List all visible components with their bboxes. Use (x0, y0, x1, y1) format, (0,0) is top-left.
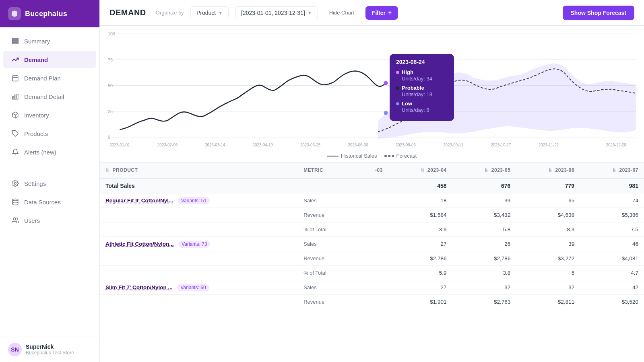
topbar: DEMAND Organize by Product ▼ [2023-01-01… (100, 0, 644, 26)
val-athletic-fit-rev-06: $3,272 (516, 251, 580, 266)
val-slim-fit-sales-05: 32 (452, 280, 516, 295)
sidebar-nav: Summary Demand Demand Plan Demand Detail (0, 27, 99, 337)
database-icon (11, 198, 19, 206)
tooltip-date: 2023-08-24 (396, 59, 448, 65)
total-sales-row: Total Sales 458 676 779 981 (100, 178, 644, 193)
val-regular-fit-sales-05: 39 (452, 193, 516, 208)
sort-icon: ⇅ (484, 168, 488, 173)
products-label: Products (24, 130, 48, 137)
app-name: Bucephalus (25, 10, 67, 18)
filter-button[interactable]: Filter + (365, 6, 398, 20)
hide-chart-button[interactable]: Hide Chart (324, 7, 359, 19)
svg-rect-0 (12, 38, 19, 39)
sort-icon: ⇅ (548, 168, 552, 173)
calendar-icon (11, 74, 19, 82)
sidebar-item-users[interactable]: Users (3, 212, 96, 229)
product-name-slim-fit[interactable]: Slim Fit 7' Cotton/Nylon ... (105, 284, 173, 290)
user-name: SuperNick (26, 343, 74, 350)
col-header-2023-07[interactable]: ⇅ 2023-07 (580, 162, 644, 178)
total-col06: 779 (516, 178, 580, 193)
alerts-label: Alerts (new) (24, 149, 56, 156)
historical-line-icon (327, 156, 339, 156)
layers-icon (11, 37, 19, 45)
chart-legend: Historical Sales Forecast (108, 150, 636, 160)
col-header-03: -03 (356, 162, 388, 178)
col-header-2023-06[interactable]: ⇅ 2023-06 (516, 162, 580, 178)
col-header-2023-05[interactable]: ⇅ 2023-05 (452, 162, 516, 178)
main-content: DEMAND Organize by Product ▼ [2023-01-01… (100, 0, 644, 362)
metric-pct-regular-fit: % of Total (298, 222, 356, 237)
svg-text:2023-06-30: 2023-06-30 (348, 142, 368, 147)
bar-chart-icon (11, 93, 19, 101)
svg-point-14 (13, 218, 16, 220)
val-regular-fit-pct-06: 8.3 (516, 222, 580, 237)
sidebar-item-alerts[interactable]: Alerts (new) (3, 143, 96, 161)
col-header-product: ⇅ PRODUCT (100, 162, 298, 178)
val-athletic-fit-sales-05: 26 (452, 237, 516, 251)
total-col04: 458 (388, 178, 452, 193)
table-row: % of Total 5.9 3.8 5 4.7 (100, 266, 644, 280)
table-row: Revenue $1,584 $3,432 $4,638 $5,386 (100, 208, 644, 222)
sidebar-item-demand-detail[interactable]: Demand Detail (3, 88, 96, 105)
table-header-row: ⇅ PRODUCT METRIC -03 ⇅ 2023-04 (100, 162, 644, 178)
svg-text:100: 100 (108, 31, 115, 36)
sidebar-item-demand-plan[interactable]: Demand Plan (3, 69, 96, 87)
metric-pct-athletic-fit: % of Total (298, 266, 356, 280)
svg-text:2023-04-19: 2023-04-19 (253, 142, 273, 147)
date-range-dropdown[interactable]: [2023-01-01, 2023-12-31] ▼ (235, 6, 318, 19)
val-slim-fit-rev-07: $3,520 (580, 295, 644, 309)
high-dot (396, 71, 399, 74)
product-name-athletic-fit[interactable]: Athletic Fit Cotton/Nylon... (105, 241, 173, 247)
svg-rect-1 (12, 41, 19, 42)
chevron-down-icon: ▼ (308, 10, 312, 15)
logo-icon (8, 7, 21, 20)
variants-badge-slim-fit: Variants: 60 (177, 284, 209, 291)
tooltip-probable-label: Probable (402, 85, 424, 91)
sidebar-item-demand[interactable]: Demand (3, 51, 96, 68)
val-athletic-fit-pct-04: 5.9 (388, 266, 452, 280)
organize-by-label: Organize by (156, 10, 184, 16)
forecast-dots-icon (384, 155, 394, 157)
chart-svg: 100 75 50 25 0 2023-01-01 2023-02-06 202… (108, 30, 636, 150)
tooltip-high-label: High (402, 69, 413, 75)
svg-text:50: 50 (108, 83, 113, 88)
table-row: % of Total 3.9 5.8 8.3 7.5 (100, 222, 644, 237)
product-name-regular-fit[interactable]: Regular Fit 9' Cotton/Nyl... (105, 197, 173, 204)
users-icon (11, 216, 19, 224)
col-header-2023-04[interactable]: ⇅ 2023-04 (388, 162, 452, 178)
sort-icon: ⇅ (421, 168, 425, 173)
tooltip-low-label: Low (402, 101, 412, 107)
table-row: Revenue $2,786 $2,786 $3,272 $4,081 (100, 251, 644, 266)
sort-icon: ⇅ (612, 168, 616, 173)
sidebar-item-settings[interactable]: Settings (3, 175, 96, 192)
val-athletic-fit-rev-07: $4,081 (580, 251, 644, 266)
svg-rect-7 (12, 97, 14, 99)
val-athletic-fit-pct-07: 4.7 (580, 266, 644, 280)
sidebar-item-summary[interactable]: Summary (3, 32, 96, 50)
legend-forecast-label: Forecast (396, 153, 417, 159)
val-regular-fit-rev-04: $1,584 (388, 208, 452, 222)
val-regular-fit-pct-07: 7.5 (580, 222, 644, 237)
sidebar-item-data-sources[interactable]: Data Sources (3, 193, 96, 211)
show-shop-forecast-button[interactable]: Show Shop Forecast (563, 6, 634, 20)
val-athletic-fit-pct-06: 5 (516, 266, 580, 280)
val-athletic-fit-sales-07: 46 (580, 237, 644, 251)
demand-label: Demand (24, 56, 48, 63)
val-slim-fit-sales-06: 32 (516, 280, 580, 295)
metric-revenue-athletic-fit: Revenue (298, 251, 356, 266)
val-slim-fit-sales-04: 27 (388, 280, 452, 295)
val-regular-fit-sales-06: 65 (516, 193, 580, 208)
sidebar-item-inventory[interactable]: Inventory (3, 106, 96, 124)
sidebar-item-products[interactable]: Products (3, 125, 96, 142)
demand-detail-label: Demand Detail (24, 93, 64, 100)
legend-historical: Historical Sales (327, 153, 377, 159)
total-col05: 676 (452, 178, 516, 193)
product-cell-regular-fit: Regular Fit 9' Cotton/Nyl... Variants: 5… (100, 193, 298, 208)
val-regular-fit-pct-04: 3.9 (388, 222, 452, 237)
legend-historical-label: Historical Sales (341, 153, 377, 159)
metric-sales-slim-fit: Sales (298, 280, 356, 295)
metric-revenue-slim-fit: Revenue (298, 295, 356, 309)
chart-area: 100 75 50 25 0 2023-01-01 2023-02-06 202… (100, 26, 644, 162)
svg-point-26 (384, 111, 388, 115)
organize-by-dropdown[interactable]: Product ▼ (190, 6, 229, 19)
